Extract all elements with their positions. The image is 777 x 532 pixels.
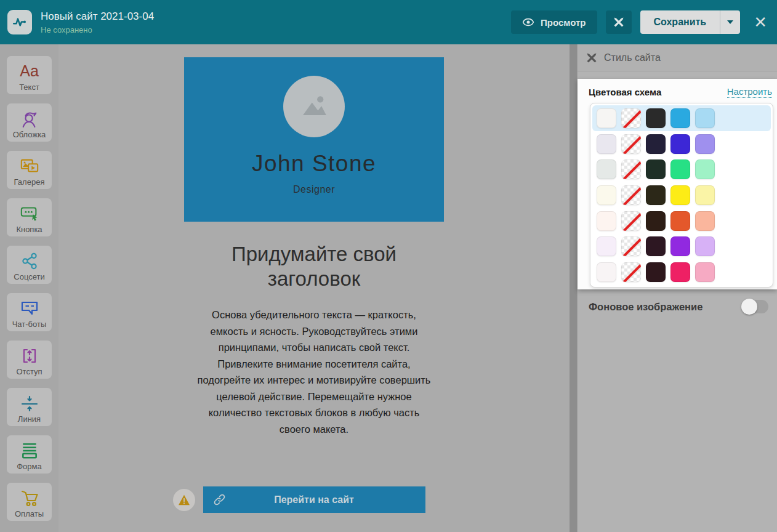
color-swatch[interactable] [646, 134, 666, 154]
link-icon [213, 493, 226, 506]
color-swatch[interactable] [597, 159, 616, 179]
button-block: Перейти на сайт [184, 486, 444, 513]
cover-name[interactable]: John Stone [252, 151, 376, 177]
color-swatch[interactable] [695, 108, 715, 128]
sidebar-item-form[interactable]: Форма [7, 435, 52, 474]
cover-role[interactable]: Designer [293, 184, 335, 195]
sidebar-item-text[interactable]: AaТекст [7, 56, 52, 94]
color-swatch[interactable] [695, 262, 715, 282]
color-scheme-title: Цветовая схема [589, 87, 661, 97]
sidebar-item-payments[interactable]: Оплаты [7, 483, 52, 521]
toggle-knob [741, 299, 757, 315]
transparent-swatch[interactable] [621, 185, 641, 205]
color-swatch[interactable] [646, 108, 666, 128]
color-swatch[interactable] [597, 262, 616, 282]
sidebar-item-label: Галерея [14, 177, 45, 187]
color-swatch[interactable] [670, 108, 690, 128]
transparent-swatch[interactable] [621, 262, 641, 282]
sidebar-item-cover[interactable]: Обложка [7, 103, 52, 142]
warning-badge[interactable] [173, 489, 195, 511]
sidebar-item-label: Оплаты [15, 509, 44, 518]
gallery-icon [20, 156, 39, 176]
site-style-button[interactable] [606, 10, 632, 34]
canvas-scrollbar[interactable] [570, 44, 577, 532]
site-builder-window: Новый сайт 2021-03-04 Не сохранено Просм… [0, 0, 777, 532]
sidebar-item-label: Чат-боты [12, 320, 47, 329]
color-swatch[interactable] [695, 236, 715, 256]
color-swatch[interactable] [646, 262, 666, 282]
color-scheme-row-3[interactable] [592, 156, 771, 182]
transparent-swatch[interactable] [621, 211, 641, 231]
text-icon: Aa [20, 62, 39, 81]
color-swatch[interactable] [670, 211, 690, 231]
site-title[interactable]: Новый сайт 2021-03-04 [41, 10, 154, 23]
preview-button[interactable]: Просмотр [511, 10, 597, 34]
line-icon [20, 393, 39, 413]
color-scheme-row-2[interactable] [592, 131, 771, 157]
color-swatch[interactable] [695, 185, 715, 205]
sidebar-item-chatbots[interactable]: Чат-боты [7, 293, 52, 331]
pulse-icon [12, 14, 28, 30]
color-swatch[interactable] [646, 211, 666, 231]
color-swatch[interactable] [670, 236, 690, 256]
save-status: Не сохранено [41, 25, 154, 34]
color-swatch[interactable] [695, 211, 715, 231]
app-logo[interactable] [7, 10, 32, 34]
share-icon [20, 251, 39, 271]
color-swatch[interactable] [597, 185, 616, 205]
transparent-swatch[interactable] [621, 134, 641, 154]
warning-icon [178, 494, 190, 506]
color-swatch[interactable] [597, 134, 616, 154]
sidebar-item-button[interactable]: Кнопка [7, 198, 52, 236]
sidebar-item-line[interactable]: Линия [7, 388, 52, 426]
go-to-site-button[interactable]: Перейти на сайт [203, 486, 425, 513]
save-button-label: Сохранить [654, 17, 707, 28]
color-scheme-row-4[interactable] [592, 182, 771, 208]
sidebar-item-label: Текст [19, 83, 39, 92]
form-icon [20, 441, 39, 461]
sidebar-item-label: Кнопка [16, 225, 42, 234]
color-swatch[interactable] [670, 185, 690, 205]
save-button[interactable]: Сохранить [640, 10, 720, 34]
sidebar-item-spacing[interactable]: Отступ [7, 341, 52, 379]
cart-icon [20, 488, 39, 508]
page-canvas: John Stone Designer Придумайте свой заго… [58, 44, 570, 532]
cover-block[interactable]: John Stone Designer [184, 57, 444, 222]
heading-block[interactable]: Придумайте свой заголовок [209, 242, 419, 291]
transparent-swatch[interactable] [621, 108, 641, 128]
sidebar-item-label: Форма [17, 462, 42, 471]
color-swatch[interactable] [597, 236, 616, 256]
transparent-swatch[interactable] [621, 159, 641, 179]
save-options-button[interactable] [720, 10, 740, 34]
color-swatch[interactable] [670, 159, 690, 179]
color-swatch[interactable] [597, 211, 616, 231]
avatar-placeholder[interactable] [283, 76, 345, 137]
person-icon [20, 109, 39, 129]
color-swatch[interactable] [646, 236, 666, 256]
color-swatch[interactable] [695, 159, 715, 179]
color-swatch[interactable] [670, 262, 690, 282]
eye-icon [522, 16, 534, 28]
color-scheme-row-6[interactable] [592, 234, 771, 260]
color-swatch[interactable] [670, 134, 690, 154]
close-button[interactable]: ✕ [754, 14, 767, 30]
color-scheme-row-7[interactable] [592, 259, 771, 285]
color-scheme-list [590, 103, 773, 288]
sidebar-item-label: Отступ [16, 367, 42, 376]
customize-link[interactable]: Настроить [727, 86, 772, 98]
sidebar-item-label: Линия [18, 414, 41, 424]
color-swatch[interactable] [695, 134, 715, 154]
color-scheme-row-1[interactable] [592, 105, 771, 131]
color-swatch[interactable] [646, 159, 666, 179]
background-image-toggle[interactable] [743, 300, 768, 313]
sidebar-item-gallery[interactable]: Галерея [7, 151, 52, 189]
style-panel-header: Стиль сайта [578, 44, 777, 71]
color-swatch[interactable] [597, 108, 616, 128]
color-swatch[interactable] [646, 185, 666, 205]
transparent-swatch[interactable] [621, 236, 641, 256]
crossed-pencils-icon [613, 16, 625, 28]
color-scheme-row-5[interactable] [592, 208, 771, 234]
blocks-sidebar: AaТекстОбложкаГалереяКнопкаСоцсетиЧат-бо… [0, 44, 58, 532]
sidebar-item-social[interactable]: Соцсети [7, 246, 52, 284]
text-block[interactable]: Основа убедительного текста — краткость,… [195, 307, 433, 437]
